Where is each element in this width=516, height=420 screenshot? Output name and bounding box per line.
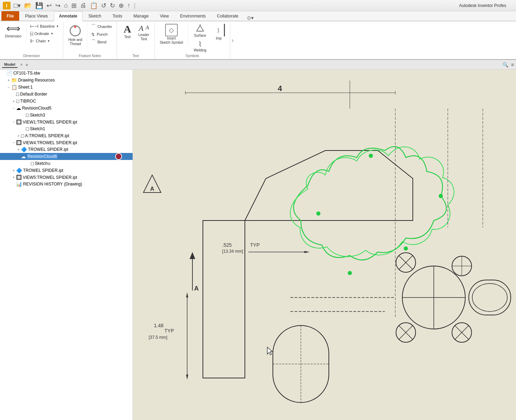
drawing-canvas[interactable]: 4 A A xyxy=(133,70,516,420)
tree-item-sketch1[interactable]: □ Sketch1 xyxy=(0,125,133,132)
chain-icon: ⊩ xyxy=(30,38,34,44)
tree-item-revisioncloud6[interactable]: − ☁ RevisionCloud6 xyxy=(0,153,133,160)
open-icon[interactable]: 📂 xyxy=(23,1,33,10)
sheet1-label: Sheet:1 xyxy=(18,85,33,90)
group-text: A Text A A LeaderText Text xyxy=(117,22,155,58)
insert-sketch-symbol-button[interactable]: ◇ InsertSketch Symbol xyxy=(158,23,185,46)
ordinate-button[interactable]: ⌸ Ordinate ▼ xyxy=(29,30,60,37)
titlebar: I □▾ 📂 💾 ↩ ↪ ⌂ ⊞ 🖨 📋 ↺ ↻ ⊕ ↑ | Autodesk … xyxy=(0,0,516,11)
ribbon-tabs: File Place Views Annotate Sketch Tools M… xyxy=(0,11,516,21)
panel-close-button[interactable]: × xyxy=(20,62,23,67)
undo-icon[interactable]: ↩ xyxy=(45,1,53,10)
expander-trowel-spider[interactable]: + xyxy=(16,148,21,152)
tab-view[interactable]: View xyxy=(155,11,174,21)
help-icon[interactable]: ⊙▾ xyxy=(247,15,254,21)
panel-search-button[interactable]: 🔍 xyxy=(502,62,508,68)
rotate-left-icon[interactable]: ↺ xyxy=(100,1,107,10)
tree-item-root-file[interactable]: 📄 CF101-TS.idw xyxy=(0,70,133,77)
tree-item-sketch-u[interactable]: □ Sketch∪ xyxy=(0,160,133,167)
tree-item-view4[interactable]: − 🔲 VIEW4:TROWEL SPIDER.ipt xyxy=(0,139,133,146)
tree-item-a-trowel[interactable]: + □ A:TROWEL SPIDER.ipt xyxy=(0,132,133,139)
tab-file[interactable]: File xyxy=(1,11,19,21)
home-icon[interactable]: ⌂ xyxy=(63,1,69,10)
expander-revisioncloud5[interactable]: − xyxy=(11,106,16,110)
expander-sheet1[interactable]: − xyxy=(6,85,11,89)
cloud5-icon: ☁ xyxy=(16,105,21,111)
chain-button[interactable]: ⊩ Chain ▼ xyxy=(29,37,60,44)
tab-place-views[interactable]: Place Views xyxy=(20,11,53,21)
dimension-button[interactable]: ⟺ Dimension xyxy=(3,23,23,39)
new-icon[interactable]: □▾ xyxy=(13,1,22,10)
print-icon[interactable]: 🖨 xyxy=(79,1,87,10)
expander-drawing-resources[interactable]: + xyxy=(6,78,11,82)
tree-item-sheet1[interactable]: − 📋 Sheet:1 xyxy=(0,84,133,91)
a-trowel-icon: □ xyxy=(21,133,24,139)
grid-icon[interactable]: ⊞ xyxy=(70,1,78,10)
bend-button[interactable]: ⌒ Bend xyxy=(90,38,113,46)
tree-item-revision-history[interactable]: 📊 REVISION HISTORY (Drawing) xyxy=(0,181,133,188)
feature-notes-sub-buttons: ⌒ Chamfer ↯ Punch ⌒ Bend xyxy=(90,23,113,46)
up-icon[interactable]: ↑ xyxy=(126,1,132,10)
baseline-button[interactable]: ⊢⊣ Baseline ▼ xyxy=(29,23,60,30)
file-icon: 📄 xyxy=(6,70,12,76)
imp-label: Imp xyxy=(216,36,222,40)
expander-tibroc[interactable]: + xyxy=(11,99,16,103)
save-icon[interactable]: 💾 xyxy=(34,1,44,10)
svg-point-38 xyxy=(404,246,408,251)
text-button[interactable]: A Text xyxy=(120,23,135,40)
panel-add-button[interactable]: + xyxy=(26,62,28,68)
tree-item-default-border[interactable]: □ Default Border xyxy=(0,91,133,98)
tab-manage[interactable]: Manage xyxy=(128,11,154,21)
welding-button[interactable]: ⌇ Welding xyxy=(190,39,210,53)
leader-text-icon: A A xyxy=(139,24,149,32)
tree-item-sketch3[interactable]: □ Sketch3 xyxy=(0,112,133,119)
rotate-right-icon[interactable]: ↻ xyxy=(109,1,116,10)
svg-point-37 xyxy=(316,211,320,216)
leader-text-button[interactable]: A A LeaderText xyxy=(136,23,152,42)
expander-trowel-spider2[interactable]: + xyxy=(11,169,16,173)
sketch1-label: Sketch1 xyxy=(30,126,45,131)
tree-item-trowel-spider[interactable]: + 🔷 TROWEL SPIDER.ipt xyxy=(0,146,133,153)
expander-view4[interactable]: − xyxy=(11,141,16,145)
copy-icon[interactable]: 📋 xyxy=(89,1,99,10)
expander-view5[interactable]: + xyxy=(11,175,16,179)
tree-item-drawing-resources[interactable]: + 📁 Drawing Resources xyxy=(0,77,133,84)
chamfer-button[interactable]: ⌒ Chamfer xyxy=(90,23,113,30)
expander-revisioncloud6[interactable]: − xyxy=(16,155,21,159)
view5-label: VIEW5:TROWEL SPIDER.ipt xyxy=(23,175,77,180)
ribbon-scroll-right[interactable]: › xyxy=(230,22,235,58)
tab-collaborate[interactable]: Collaborate xyxy=(212,11,243,21)
welding-label: Welding xyxy=(194,48,206,52)
default-border-label: Default Border xyxy=(20,92,47,97)
tab-sketch[interactable]: Sketch xyxy=(83,11,107,21)
redo-icon[interactable]: ↪ xyxy=(54,1,62,10)
panel-menu-button[interactable]: ≡ xyxy=(511,62,514,68)
add-icon[interactable]: ⊕ xyxy=(118,1,125,10)
tree-item-tibroc[interactable]: + □ TIBROC xyxy=(0,98,133,105)
tree-item-view1[interactable]: − 🔲 VIEW1:TROWEL SPIDER.ipt xyxy=(0,119,133,125)
tree-item-view5[interactable]: + 🔲 VIEW5:TROWEL SPIDER.ipt xyxy=(0,174,133,181)
view1-icon: 🔲 xyxy=(16,119,22,125)
expander-view1[interactable]: − xyxy=(11,120,16,124)
hole-thread-button[interactable]: Hole andThread xyxy=(66,23,84,47)
svg-text:TYP: TYP xyxy=(250,242,260,248)
surface-button[interactable]: Surface xyxy=(190,23,210,38)
punch-button[interactable]: ↯ Punch xyxy=(90,31,113,38)
view4-label: VIEW4:TROWEL SPIDER.ipt xyxy=(23,140,77,145)
svg-text:A: A xyxy=(194,285,199,292)
view1-label: VIEW1:TROWEL SPIDER.ipt xyxy=(23,120,77,125)
imp-button[interactable]: ⟩ Imp xyxy=(210,23,227,41)
tab-environments[interactable]: Environments xyxy=(175,11,211,21)
sketch3-label: Sketch3 xyxy=(30,113,45,118)
text-label: Text xyxy=(124,35,130,39)
model-tab[interactable]: Model xyxy=(2,62,17,68)
sketch-u-icon: □ xyxy=(31,161,34,166)
tibroc-label: TIBROC xyxy=(20,99,36,104)
tree-item-revisioncloud5[interactable]: − ☁ RevisionCloud5 xyxy=(0,105,133,112)
tab-tools[interactable]: Tools xyxy=(107,11,128,21)
chamfer-label: Chamfer xyxy=(97,24,112,29)
expander-a-trowel[interactable]: + xyxy=(16,134,21,138)
tab-annotate[interactable]: Annotate xyxy=(54,11,83,21)
tree-item-trowel-spider2[interactable]: + 🔷 TROWEL SPIDER.ipt xyxy=(0,167,133,174)
baseline-label: Baseline xyxy=(40,24,55,28)
